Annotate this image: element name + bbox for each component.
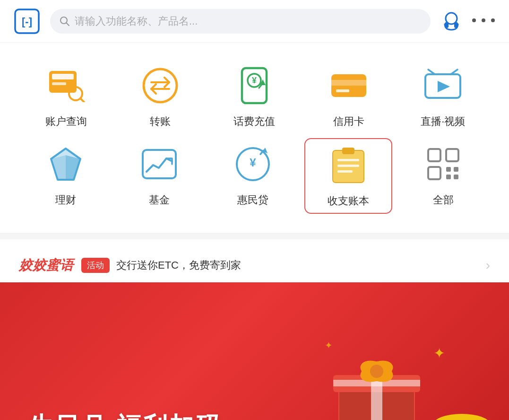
search-placeholder: 请输入功能名称、产品名... — [75, 14, 198, 28]
svg-rect-13 — [52, 82, 66, 85]
search-icon — [60, 16, 70, 26]
search-bar[interactable]: 请输入功能名称、产品名... — [50, 9, 431, 34]
fund-icon — [138, 143, 181, 185]
transfer-icon — [139, 64, 181, 107]
credit-card-label: 信用卡 — [333, 114, 364, 129]
credit-card-icon — [328, 64, 370, 107]
loan-label: 惠民贷 — [237, 193, 268, 207]
svg-rect-23 — [336, 89, 349, 92]
all-label: 全部 — [433, 193, 454, 207]
phone-recharge-label: 话费充值 — [233, 114, 275, 129]
wealth-label: 理财 — [55, 193, 76, 207]
svg-text:✦: ✦ — [433, 345, 445, 361]
promo-bar[interactable]: 姣姣蜜语 活动 交行送你ETC，免费寄到家 › — [19, 249, 490, 282]
icon-item-ledger[interactable]: 收支账本 — [304, 138, 392, 214]
ledger-icon — [327, 144, 370, 186]
activity-badge: 活动 — [81, 258, 110, 273]
promo-text: 交行送你ETC，免费寄到家 — [116, 258, 486, 272]
svg-text:✦: ✦ — [325, 340, 333, 350]
svg-rect-48 — [454, 175, 458, 179]
fund-label: 基金 — [149, 193, 170, 207]
icon-item-loan[interactable]: ¥ 惠民贷 — [210, 138, 295, 214]
svg-rect-44 — [428, 167, 440, 179]
icon-item-fund[interactable]: 基金 — [117, 138, 202, 214]
svg-rect-39 — [337, 159, 359, 161]
svg-rect-22 — [331, 80, 366, 86]
live-video-icon — [422, 64, 464, 107]
main-content: 账户查询 转账 ¥ — [0, 43, 509, 233]
red-banner: 生日月 福利加码 ✦ ✦ ¥ — [0, 282, 509, 420]
live-video-label: 直播·视频 — [421, 114, 465, 129]
svg-rect-32 — [143, 150, 176, 178]
section-divider — [0, 233, 509, 239]
icon-item-live-video[interactable]: 直播·视频 — [400, 60, 485, 133]
icon-item-wealth[interactable]: 理财 — [23, 138, 108, 214]
svg-point-10 — [491, 18, 495, 22]
app-header: [-] 请输入功能名称、产品名... — [0, 0, 509, 43]
icon-item-transfer[interactable]: 转账 — [118, 60, 203, 133]
banner-text: 生日月 福利加码 — [28, 410, 222, 420]
promo-title: 姣姣蜜语 — [19, 256, 74, 274]
svg-rect-47 — [446, 175, 451, 179]
account-query-label: 账户查询 — [45, 114, 87, 129]
all-icon — [422, 143, 465, 185]
account-query-icon — [45, 64, 87, 107]
promo-section: 姣姣蜜语 活动 交行送你ETC，免费寄到家 › 生日月 福利加码 ✦ ✦ — [0, 239, 509, 420]
ledger-label: 收支账本 — [328, 194, 369, 208]
svg-text:¥: ¥ — [252, 76, 257, 85]
svg-text:¥: ¥ — [250, 156, 257, 169]
svg-point-56 — [370, 365, 383, 378]
header-actions — [440, 9, 496, 34]
app-logo[interactable]: [-] — [13, 8, 41, 35]
icon-item-credit-card[interactable]: 信用卡 — [306, 60, 391, 133]
phone-recharge-icon: ¥ — [233, 64, 276, 107]
loan-icon: ¥ — [232, 143, 274, 185]
icon-item-all[interactable]: 全部 — [401, 138, 486, 214]
icon-item-account-query[interactable]: 账户查询 — [24, 60, 109, 133]
svg-point-61 — [433, 414, 490, 420]
svg-rect-38 — [342, 148, 354, 154]
wealth-icon — [44, 143, 87, 185]
icon-item-phone-recharge[interactable]: ¥ 话费充值 — [212, 60, 297, 133]
more-icon[interactable] — [471, 16, 496, 26]
svg-rect-42 — [428, 149, 440, 161]
headset-icon[interactable] — [440, 9, 463, 34]
svg-rect-43 — [446, 149, 458, 161]
svg-rect-40 — [337, 165, 359, 167]
transfer-label: 转账 — [150, 114, 171, 129]
svg-rect-45 — [446, 167, 451, 172]
svg-line-4 — [67, 23, 69, 26]
svg-rect-41 — [337, 170, 353, 173]
svg-text:[-]: [-] — [22, 16, 32, 27]
banner-decoration: ✦ ✦ ¥ — [263, 301, 509, 420]
svg-point-16 — [144, 69, 177, 102]
svg-point-8 — [472, 18, 476, 22]
svg-marker-27 — [438, 81, 450, 92]
svg-line-15 — [80, 98, 84, 102]
svg-rect-46 — [454, 167, 458, 172]
svg-point-9 — [482, 18, 485, 22]
icon-row-1: 账户查询 转账 ¥ — [19, 60, 490, 133]
promo-arrow: › — [486, 258, 490, 273]
icon-row-2: 理财 基金 ¥ 惠民贷 — [19, 138, 490, 214]
svg-rect-12 — [52, 74, 74, 79]
